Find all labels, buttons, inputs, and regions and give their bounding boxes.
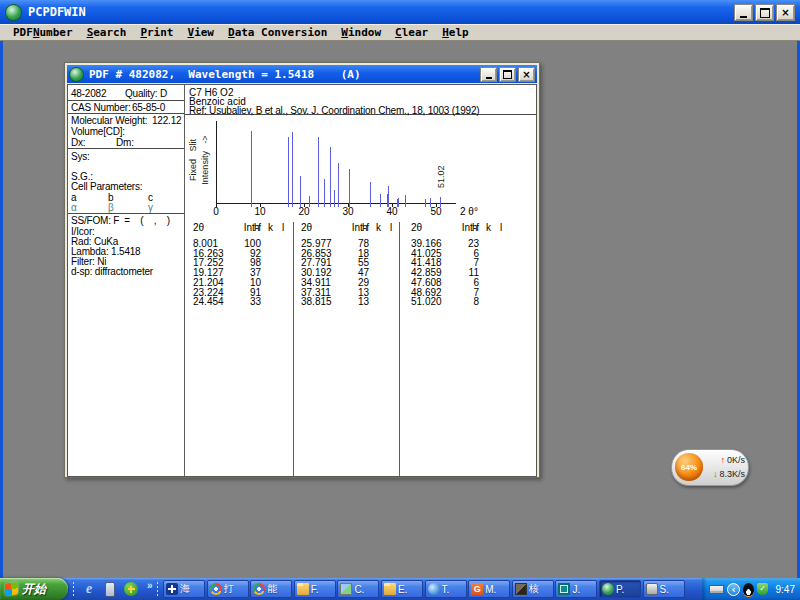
taskband-grip[interactable] <box>156 581 159 597</box>
task-button-label: E. <box>398 584 407 595</box>
x-axis-tick-label: 20 <box>294 206 314 217</box>
taskbar-button-e[interactable]: E. <box>381 580 423 598</box>
taskbar-button-f[interactable]: F. <box>294 580 336 598</box>
task-button-label: 海 <box>180 582 190 596</box>
globe-icon <box>428 583 440 595</box>
taskbar-button-p[interactable]: P. <box>599 580 641 598</box>
minimize-icon <box>486 77 492 79</box>
menu-pdfnumber[interactable]: PDFNumber <box>6 26 80 39</box>
close-button[interactable]: × <box>776 4 795 21</box>
intensity-value: 8 <box>447 297 479 307</box>
table-header-row: 2θInt-fhkl <box>193 223 299 233</box>
taskbar-button-[interactable]: 打 <box>207 580 249 598</box>
taskbar-button-j[interactable]: J. <box>555 580 597 598</box>
photo-icon <box>515 583 527 595</box>
col-header-k: k <box>268 223 273 233</box>
menu-view[interactable]: View <box>181 26 222 39</box>
desktop: PCPDFWIN × PDFNumberSearchPrintViewData … <box>0 0 800 600</box>
app-teal-icon <box>558 583 570 595</box>
task-button-label: T. <box>442 584 450 595</box>
menu-search[interactable]: Search <box>80 26 134 39</box>
taskbar-button-[interactable]: 海 <box>163 580 205 598</box>
col-header-h: h <box>254 223 260 233</box>
diffraction-peak <box>440 197 441 207</box>
diffraction-peak <box>405 195 406 207</box>
g-app-icon: G <box>471 583 483 595</box>
menu-clear[interactable]: Clear <box>388 26 435 39</box>
menu-help[interactable]: Help <box>435 26 476 39</box>
keyboard-icon[interactable] <box>709 585 724 594</box>
app-titlebar: PCPDFWIN × <box>0 0 800 24</box>
diffraction-peak <box>338 163 339 207</box>
windows-flag-icon <box>5 582 18 595</box>
card-minimize-button[interactable] <box>480 67 497 82</box>
diffraction-peak <box>349 169 350 207</box>
pcpdfwin-globe-icon <box>69 67 84 82</box>
close-icon: × <box>522 70 530 80</box>
mobile-icon <box>105 582 115 597</box>
card-close-button[interactable]: × <box>518 67 535 82</box>
two-theta-value: 51.020 <box>411 297 442 307</box>
peak-annotation: 51.02 <box>436 156 446 188</box>
quicklaunch-grip[interactable] <box>72 581 75 597</box>
speed-rows: ↑0K/s ↓8.3K/s <box>705 453 745 481</box>
compound-reference: Ref: Usubaliev, B et al., Sov. J. Coordi… <box>189 105 479 116</box>
sys-label: Sys: <box>71 151 90 162</box>
intensity-value: 13 <box>337 297 369 307</box>
menu-print[interactable]: Print <box>133 26 180 39</box>
minimize-button[interactable] <box>734 4 753 21</box>
maximize-button[interactable] <box>755 4 774 21</box>
dsp-field: d-sp: diffractometer <box>71 266 153 277</box>
table-group-1: 2θInt-fhkl8.00110016.2639217.2529819.127… <box>193 223 299 473</box>
task-button-label: C. <box>354 584 364 595</box>
pdf-card-window: PDF # 482082, Wavelength = 1.5418 (A) × … <box>64 62 540 478</box>
col-header-l: l <box>500 223 502 233</box>
collapse-chevron-icon[interactable]: ‹ <box>727 583 740 596</box>
diffraction-peak <box>380 194 381 207</box>
chart-y-axis-label: Fixed Slit Intensity -> <box>187 120 213 200</box>
col-header-h: h <box>362 223 368 233</box>
diffraction-peak <box>370 182 371 207</box>
dx-label: Dx: <box>71 137 85 148</box>
menu-window[interactable]: Window <box>334 26 388 39</box>
diffraction-peak <box>318 137 319 207</box>
media-icon <box>646 583 658 595</box>
cas-value: 65-85-0 <box>132 102 165 113</box>
chrome-icon <box>253 583 265 595</box>
y-axis-line <box>216 121 217 204</box>
molecular-weight-value: 122.12 <box>152 115 181 126</box>
col-header-l: l <box>390 223 392 233</box>
taskbar-button-[interactable]: 能 <box>250 580 292 598</box>
taskbar-button-t[interactable]: T. <box>425 580 467 598</box>
col-header-k: k <box>486 223 491 233</box>
system-tray: ‹✓9:47 <box>702 578 800 600</box>
col-header-h: h <box>472 223 478 233</box>
x-axis-tick-label: 0 <box>206 206 226 217</box>
table-group-3: 2θInt-fhkl39.1662341.025641.418742.85911… <box>411 223 517 473</box>
diffraction-peak <box>288 137 289 207</box>
task-button-label: J. <box>572 584 580 595</box>
window-frame-left <box>0 24 3 578</box>
card-client-area: 48-2082 Quality: D CAS Number: 65-85-0 M… <box>67 84 537 477</box>
mobile-quicklaunch-icon[interactable] <box>101 581 119 597</box>
taskbar-button-s[interactable]: S. <box>643 580 685 598</box>
shield-icon[interactable]: ✓ <box>757 583 768 595</box>
taskbar-button-c[interactable]: C. <box>337 580 379 598</box>
table-row: 24.45433 <box>193 297 299 307</box>
taskbar-button-[interactable]: 核 <box>512 580 554 598</box>
qq-icon[interactable] <box>743 583 754 596</box>
taskbar-button-m[interactable]: GM. <box>468 580 510 598</box>
ie-quicklaunch-icon[interactable]: e <box>80 581 98 597</box>
card-maximize-button[interactable] <box>499 67 516 82</box>
speed-monitor-widget[interactable]: 64% ↑0K/s ↓8.3K/s <box>671 449 749 486</box>
pcpdfwin-globe-icon <box>5 4 22 21</box>
updater-quicklaunch-icon[interactable] <box>122 581 140 597</box>
col-header-two-theta: 2θ <box>411 223 422 233</box>
menu-data-conversion[interactable]: Data Conversion <box>221 26 334 39</box>
chrome-icon <box>210 583 222 595</box>
quicklaunch-overflow-chevron[interactable]: » <box>147 580 153 591</box>
ssfom-field: SS/FOM: F = ( , ) <box>71 215 170 226</box>
updater-icon <box>124 582 138 596</box>
start-button[interactable]: 开始 <box>0 578 68 600</box>
cell-parameters-label: Cell Parameters: <box>71 181 142 192</box>
